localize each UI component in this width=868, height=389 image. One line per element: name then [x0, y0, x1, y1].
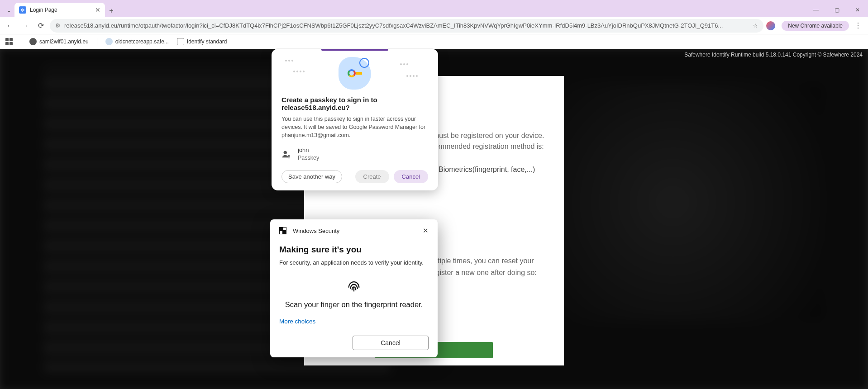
- passkey-user-row: john Passkey: [281, 147, 428, 161]
- bookmark-star-icon[interactable]: ☆: [753, 22, 758, 29]
- window-maximize-button[interactable]: ▢: [826, 3, 847, 17]
- apps-grid-icon[interactable]: [5, 38, 13, 45]
- bookmark-label: saml2wif01.anyid.eu: [39, 38, 89, 45]
- bookmarks-bar: saml2wif01.anyid.eu oidcnetcoreapp.safe.…: [0, 34, 868, 49]
- user-icon: [281, 149, 291, 159]
- runtime-build-label: Safewhere Identify Runtime build 5.18.0.…: [684, 52, 863, 58]
- winsec-title: Making sure it's you: [279, 245, 429, 255]
- tab-search-dropdown[interactable]: ⌄: [4, 4, 14, 17]
- fingerprint-icon: [346, 279, 362, 294]
- new-tab-button[interactable]: +: [105, 5, 118, 17]
- separator: [97, 38, 97, 46]
- winsec-cancel-button[interactable]: Cancel: [353, 336, 429, 350]
- close-icon[interactable]: ✕: [423, 227, 429, 235]
- winsec-scan-text: Scan your finger on the fingerprint read…: [279, 300, 429, 309]
- passkey-dialog: Create a passkey to sign in to release51…: [272, 49, 438, 190]
- windows-security-dialog: Windows Security ✕ Making sure it's you …: [270, 219, 438, 357]
- tab-close-icon[interactable]: ✕: [95, 6, 100, 14]
- bookmark-label: Identify standard: [187, 38, 227, 45]
- bookmark-label: oidcnetcoreapp.safe...: [115, 38, 169, 45]
- window-close-button[interactable]: ✕: [847, 3, 868, 17]
- fingerprint-small-icon: [359, 58, 369, 68]
- folder-icon: [177, 38, 184, 45]
- window-minimize-button[interactable]: —: [806, 3, 826, 17]
- passkey-illustration: [272, 51, 438, 96]
- google-key-icon: [348, 69, 362, 77]
- bookmark-item-2[interactable]: oidcnetcoreapp.safe...: [105, 38, 169, 45]
- winsec-description: For security, an application needs to ve…: [279, 259, 429, 266]
- address-bar[interactable]: ⚙ release518.anyid.eu/runtime/otpauth/tw…: [50, 19, 763, 33]
- tab-favicon-icon: ✻: [19, 6, 26, 14]
- nav-reload-button[interactable]: ⟳: [34, 19, 47, 32]
- tab-title: Login Page: [30, 7, 57, 13]
- svg-rect-2: [289, 157, 290, 159]
- nav-forward-button[interactable]: →: [19, 19, 32, 32]
- browser-menu-button[interactable]: ⋮: [852, 19, 864, 32]
- globe-icon: [29, 38, 37, 45]
- separator: [21, 38, 21, 46]
- bookmark-item-3[interactable]: Identify standard: [177, 38, 227, 45]
- bookmark-item-1[interactable]: saml2wif01.anyid.eu: [29, 38, 89, 45]
- passkey-title: Create a passkey to sign in to release51…: [281, 96, 428, 111]
- save-another-way-button[interactable]: Save another way: [281, 170, 342, 183]
- svg-point-0: [284, 151, 287, 154]
- passkey-user-name: john: [298, 147, 319, 154]
- site-settings-icon[interactable]: ⚙: [55, 22, 61, 29]
- extension-icon[interactable]: [766, 21, 775, 30]
- url-text: release518.anyid.eu/runtime/otpauth/twof…: [64, 22, 749, 29]
- create-button[interactable]: Create: [355, 170, 389, 183]
- nav-back-button[interactable]: ←: [4, 19, 16, 32]
- winsec-header-label: Windows Security: [293, 228, 339, 234]
- chrome-update-badge[interactable]: New Chrome available: [782, 21, 849, 31]
- browser-tab-active[interactable]: ✻ Login Page ✕: [14, 3, 105, 17]
- browser-toolbar: ← → ⟳ ⚙ release518.anyid.eu/runtime/otpa…: [0, 17, 868, 34]
- browser-titlebar: ⌄ ✻ Login Page ✕ + — ▢ ✕: [0, 0, 868, 17]
- shield-icon: [279, 227, 286, 234]
- passkey-description: You can use this passkey to sign in fast…: [281, 115, 428, 139]
- page-icon: [105, 38, 113, 45]
- page-viewport: Safewhere Identify Runtime build 5.18.0.…: [0, 49, 868, 389]
- cancel-button[interactable]: Cancel: [394, 170, 428, 183]
- passkey-user-type: Passkey: [298, 154, 319, 161]
- more-choices-link[interactable]: More choices: [279, 318, 429, 325]
- window-controls: — ▢ ✕: [806, 3, 868, 17]
